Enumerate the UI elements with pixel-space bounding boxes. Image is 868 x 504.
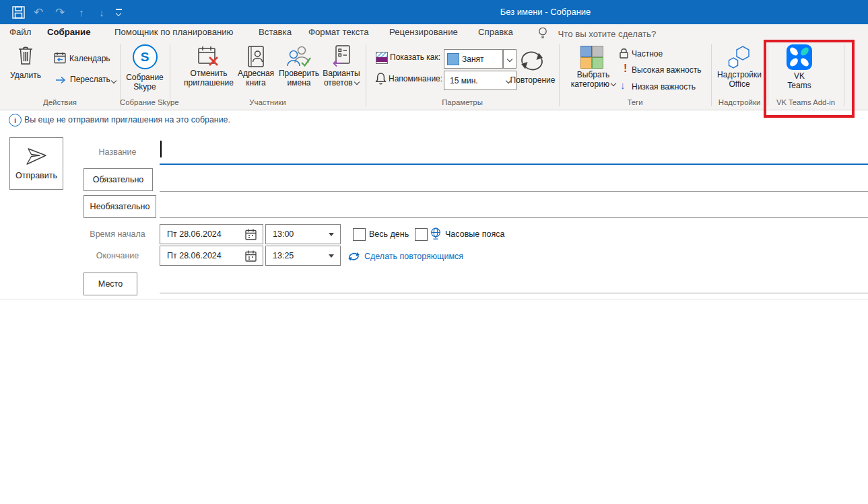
- subject-label: Название: [75, 147, 160, 157]
- end-time-label: Окончание: [75, 251, 160, 260]
- cancel-invitation-button[interactable]: Отменить приглашение: [182, 45, 236, 87]
- categorize-button[interactable]: Выбрать категорию: [563, 71, 624, 89]
- busy-status-swatch: [447, 53, 459, 65]
- high-importance-label[interactable]: Высокая важность: [632, 66, 701, 75]
- category-label-line2: категорию: [571, 79, 609, 89]
- location-input[interactable]: [160, 273, 868, 293]
- start-time-dropdown-icon[interactable]: [329, 233, 334, 236]
- cancel-label-line1: Отменить: [191, 69, 228, 79]
- tell-me-search[interactable]: Что вы хотите сделать?: [537, 26, 656, 40]
- group-separator: [366, 44, 366, 106]
- end-time-select[interactable]: 13:25: [265, 246, 341, 266]
- forward-arrow-icon: [55, 75, 67, 85]
- save-icon: [12, 6, 25, 19]
- response-options-button[interactable]: Варианты ответов: [321, 45, 362, 87]
- low-importance-icon[interactable]: ↓: [620, 79, 626, 91]
- subject-input[interactable]: [160, 138, 868, 164]
- customize-qat-icon: [116, 9, 122, 10]
- tab-insert[interactable]: Вставка: [259, 24, 292, 42]
- calendar-label[interactable]: Календарь: [69, 55, 110, 63]
- all-day-checkbox[interactable]: [353, 228, 366, 241]
- skype-label-line1: Собрание: [126, 73, 164, 83]
- globe-icon: [430, 227, 442, 243]
- up-arrow-button[interactable]: ↑: [73, 0, 90, 24]
- group-label-options: Параметры: [366, 98, 559, 106]
- time-zones-label[interactable]: Часовые пояса: [445, 229, 504, 239]
- start-time-label: Время начала: [75, 229, 160, 239]
- show-as-select[interactable]: Занят: [444, 49, 503, 69]
- address-book-button[interactable]: Адресная книга: [234, 45, 277, 87]
- message-body[interactable]: [0, 299, 868, 504]
- required-underline: [160, 191, 868, 192]
- forward-button[interactable]: [55, 75, 67, 88]
- check-names-button[interactable]: Проверить имена: [277, 45, 321, 87]
- outlook-meeting-window: ↶ ↷ ↑ ↓ Без имени - Собрание Файл Собран…: [0, 0, 868, 504]
- text-cursor: [160, 141, 162, 157]
- start-date-picker[interactable]: Пт 28.06.2024: [160, 224, 263, 244]
- tab-meeting[interactable]: Собрание: [47, 24, 91, 44]
- cancel-label-line2: приглашение: [184, 79, 234, 88]
- ribbon: Действия Собрание Skype Участники Параме…: [0, 42, 868, 110]
- required-attendees-button[interactable]: Обязательно: [84, 168, 153, 191]
- start-time-select[interactable]: 13:00: [265, 224, 341, 244]
- date-picker-icon[interactable]: [244, 250, 257, 262]
- group-separator: [170, 44, 170, 106]
- end-date-picker[interactable]: Пт 28.06.2024: [160, 246, 263, 266]
- tab-review[interactable]: Рецензирование: [389, 24, 458, 42]
- response-dropdown-icon: [354, 79, 360, 84]
- optional-attendees-input[interactable]: [160, 195, 868, 217]
- start-time-value: 13:00: [273, 229, 329, 239]
- low-importance-label[interactable]: Низкая важность: [632, 83, 696, 92]
- private-button[interactable]: [619, 47, 629, 62]
- delete-button[interactable]: Удалить: [3, 45, 48, 81]
- categorize-icon: [580, 46, 603, 68]
- addins-label-line2: Office: [729, 80, 749, 89]
- customize-qat-button[interactable]: [112, 0, 125, 24]
- redo-button[interactable]: ↷: [51, 0, 69, 24]
- show-as-value: Занят: [462, 55, 484, 64]
- forward-label[interactable]: Переслать: [70, 75, 110, 84]
- book-label-line1: Адресная: [238, 69, 274, 79]
- date-picker-icon[interactable]: [244, 228, 257, 241]
- tab-format-text[interactable]: Формат текста: [308, 24, 368, 42]
- location-button[interactable]: Место: [84, 273, 137, 295]
- addins-label-line1: Надстройки: [717, 71, 762, 80]
- all-day-label[interactable]: Весь день: [369, 229, 409, 239]
- send-icon: [25, 147, 48, 167]
- trash-icon: [18, 45, 34, 65]
- office-addins-button[interactable]: Надстройки Office: [712, 45, 766, 89]
- undo-button[interactable]: ↶: [30, 0, 47, 24]
- down-arrow-button[interactable]: ↓: [93, 0, 110, 24]
- reminder-value: 15 мин.: [450, 76, 506, 85]
- tab-help[interactable]: Справка: [478, 24, 513, 42]
- calendar-button[interactable]: [54, 52, 67, 67]
- make-recurring-icon[interactable]: [347, 250, 361, 265]
- title-bar: ↶ ↷ ↑ ↓ Без имени - Собрание: [0, 0, 868, 24]
- end-time-dropdown-icon[interactable]: [329, 254, 334, 258]
- undo-icon: ↶: [34, 7, 43, 18]
- tab-scheduling-assistant[interactable]: Помощник по планированию: [114, 24, 234, 42]
- window-title: Без имени - Собрание: [404, 0, 687, 24]
- end-time-value: 13:25: [273, 251, 329, 260]
- show-as-dropdown-button[interactable]: [503, 49, 516, 69]
- optional-attendees-button[interactable]: Необязательно: [84, 195, 156, 218]
- time-zones-checkbox[interactable]: [415, 228, 428, 241]
- forward-dropdown-icon[interactable]: [111, 78, 116, 83]
- save-button[interactable]: [9, 0, 27, 24]
- address-book-icon: [246, 45, 265, 68]
- reminder-bell-icon: [375, 72, 387, 87]
- info-icon: i: [9, 114, 22, 127]
- cancel-invitation-icon: [197, 45, 220, 68]
- skype-icon: S: [133, 44, 158, 69]
- required-attendees-input[interactable]: [160, 168, 868, 190]
- make-recurring-link[interactable]: Сделать повторяющимся: [364, 252, 463, 261]
- high-importance-icon[interactable]: !: [624, 63, 627, 75]
- response-options-icon: [333, 45, 350, 68]
- private-label[interactable]: Частное: [632, 50, 663, 59]
- skype-meeting-button[interactable]: S Собрание Skype: [121, 44, 168, 92]
- recurrence-label[interactable]: Повторение: [505, 76, 560, 85]
- end-date-value: Пт 28.06.2024: [167, 251, 244, 260]
- recurrence-button[interactable]: [517, 48, 547, 75]
- send-button[interactable]: Отправить: [9, 137, 63, 190]
- tab-file[interactable]: Файл: [9, 24, 31, 42]
